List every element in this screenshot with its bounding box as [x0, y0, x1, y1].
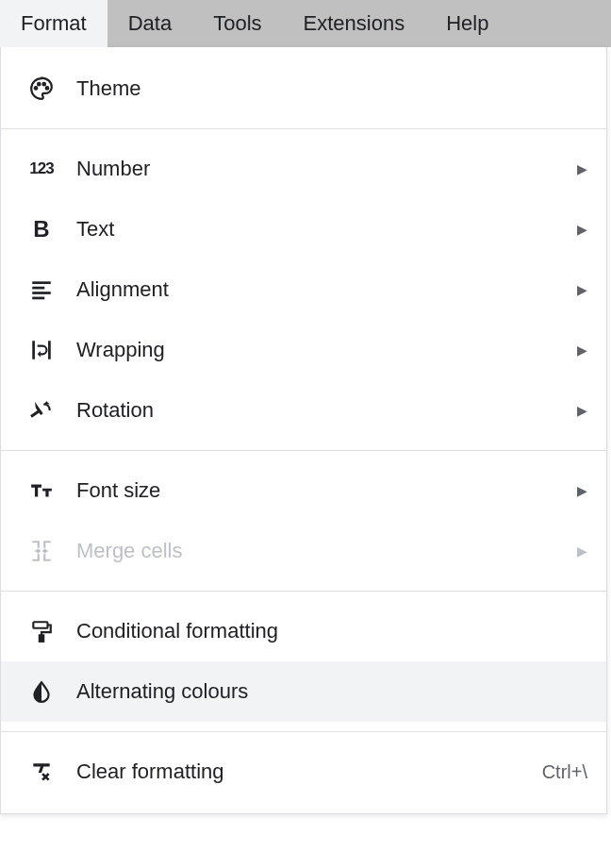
menu-item-label: Font size — [76, 478, 577, 503]
menu-item-wrapping[interactable]: Wrapping ▶ — [1, 320, 606, 380]
menu-item-fontsize[interactable]: Font size ▶ — [1, 460, 606, 521]
menu-item-alternating-colours[interactable]: Alternating colours — [1, 661, 606, 722]
bold-icon: B — [27, 215, 56, 243]
svg-point-1 — [38, 83, 41, 86]
keyboard-shortcut: Ctrl+\ — [542, 761, 587, 783]
menu-item-label: Merge cells — [76, 539, 577, 563]
svg-point-0 — [35, 87, 38, 90]
number-icon: 123 — [27, 155, 56, 183]
separator — [1, 591, 606, 592]
menu-item-label: Conditional formatting — [76, 619, 587, 643]
menubar-item-help[interactable]: Help — [425, 0, 509, 47]
menu-item-label: Number — [76, 157, 577, 181]
menubar: Format Data Tools Extensions Help — [0, 0, 611, 47]
menu-item-theme[interactable]: Theme — [1, 58, 606, 119]
submenu-arrow-icon: ▶ — [577, 483, 587, 498]
svg-point-2 — [42, 83, 45, 86]
menu-item-mergecells: Merge cells ▶ — [1, 521, 606, 581]
submenu-arrow-icon: ▶ — [577, 222, 587, 237]
rotation-icon — [27, 396, 56, 425]
menu-item-label: Rotation — [76, 398, 577, 423]
svg-rect-10 — [33, 622, 47, 628]
menu-item-label: Wrapping — [76, 338, 577, 362]
alignment-icon — [27, 275, 56, 304]
svg-rect-4 — [32, 281, 51, 284]
wrapping-icon — [27, 336, 56, 364]
menu-item-text[interactable]: B Text ▶ — [1, 199, 606, 259]
svg-rect-9 — [48, 341, 51, 359]
menubar-item-tools[interactable]: Tools — [192, 0, 282, 47]
menu-item-alignment[interactable]: Alignment ▶ — [1, 259, 606, 320]
submenu-arrow-icon: ▶ — [577, 543, 587, 559]
menubar-item-format[interactable]: Format — [0, 0, 107, 47]
menu-item-label: Text — [76, 217, 577, 242]
palette-icon — [27, 75, 56, 103]
submenu-arrow-icon: ▶ — [577, 282, 587, 297]
separator — [1, 731, 606, 732]
paint-roller-icon — [27, 617, 56, 645]
svg-rect-11 — [40, 635, 43, 642]
svg-rect-7 — [32, 297, 44, 300]
svg-point-3 — [46, 87, 49, 90]
separator — [1, 450, 606, 451]
menu-item-label: Alternating colours — [76, 679, 587, 704]
menu-item-label: Alignment — [76, 277, 577, 302]
menu-item-clear-formatting[interactable]: Clear formatting Ctrl+\ — [1, 742, 606, 802]
separator — [1, 128, 606, 129]
menu-item-number[interactable]: 123 Number ▶ — [1, 139, 606, 199]
menubar-item-extensions[interactable]: Extensions — [283, 0, 426, 47]
menu-item-label: Clear formatting — [76, 760, 542, 784]
menu-item-rotation[interactable]: Rotation ▶ — [1, 380, 606, 441]
submenu-arrow-icon: ▶ — [577, 403, 587, 418]
clear-format-icon — [27, 758, 56, 786]
svg-rect-6 — [32, 292, 51, 294]
submenu-arrow-icon: ▶ — [577, 342, 587, 358]
merge-icon — [27, 537, 56, 565]
menu-item-label: Theme — [76, 76, 587, 101]
menubar-item-data[interactable]: Data — [107, 0, 192, 47]
submenu-arrow-icon: ▶ — [577, 161, 587, 176]
svg-rect-8 — [32, 341, 35, 359]
fontsize-icon — [27, 476, 56, 505]
droplet-icon — [27, 677, 56, 706]
menu-item-conditional-formatting[interactable]: Conditional formatting — [1, 601, 606, 661]
format-dropdown: Theme 123 Number ▶ B Text ▶ Alignment ▶ — [0, 47, 607, 814]
svg-rect-5 — [32, 287, 44, 290]
